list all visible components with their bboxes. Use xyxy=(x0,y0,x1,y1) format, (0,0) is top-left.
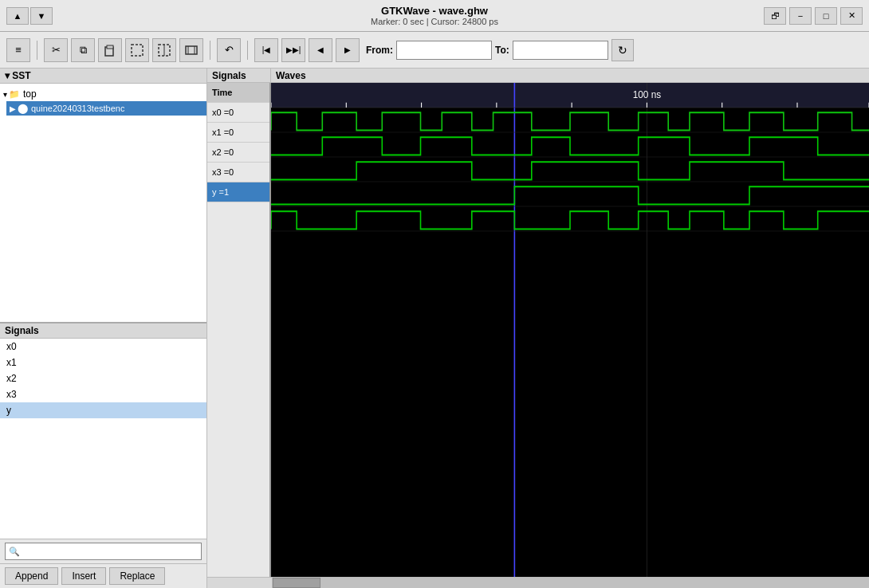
window-controls: 🗗 − □ ✕ xyxy=(764,7,863,25)
prev-btn[interactable]: ◀ xyxy=(309,38,332,62)
refresh-btn[interactable]: ↻ xyxy=(611,39,634,61)
next-btn[interactable]: ▶ xyxy=(336,38,360,62)
scrollbar-thumb[interactable] xyxy=(273,578,320,588)
paste-btn[interactable] xyxy=(98,38,122,62)
to-input[interactable]: 150 ns xyxy=(513,41,608,60)
signal-item-y[interactable]: y xyxy=(0,402,206,418)
select-icon xyxy=(131,44,144,57)
wave-header-row: Signals Waves xyxy=(207,69,869,83)
tree-item-quine[interactable]: ▶ ⬤ quine20240313testbenc xyxy=(6,101,206,116)
svg-rect-5 xyxy=(186,46,197,54)
maximize-btn[interactable]: □ xyxy=(815,7,837,25)
sst-tree: ▾ 📁 top ▶ ⬤ quine20240313testbenc xyxy=(0,84,206,322)
bottom-buttons: Append Insert Replace xyxy=(0,563,206,588)
signal-row-y: y =1 xyxy=(207,182,269,202)
cut-btn[interactable]: ✂ xyxy=(44,38,68,62)
zoom-select-btn[interactable] xyxy=(179,38,203,62)
module-icon: ⬤ xyxy=(18,103,28,114)
first-btn[interactable]: |◀ xyxy=(254,38,278,62)
minimize-btn[interactable]: − xyxy=(789,7,812,25)
signal-item-x1[interactable]: x1 xyxy=(0,355,206,370)
waveform-svg: 100 ns xyxy=(271,83,869,577)
replace-btn[interactable]: Replace xyxy=(109,567,165,585)
tree-label-top: top xyxy=(23,88,37,100)
left-panel: ▾ SST ▾ 📁 top ▶ ⬤ quine20240313testbenc xyxy=(0,69,207,588)
signal-row-x1: x1 =0 xyxy=(207,123,269,143)
zoom-fit-btn[interactable] xyxy=(152,38,176,62)
append-btn[interactable]: Append xyxy=(5,567,58,585)
main-area: ▾ SST ▾ 📁 top ▶ ⬤ quine20240313testbenc xyxy=(0,69,869,588)
waveform-area[interactable]: 100 ns xyxy=(271,83,869,577)
signals-col-header: Signals xyxy=(207,69,271,82)
from-label: From: xyxy=(366,45,393,56)
svg-rect-9 xyxy=(271,83,869,108)
signal-item-x2[interactable]: x2 xyxy=(0,370,206,386)
select-btn[interactable] xyxy=(125,38,149,62)
signal-item-x3[interactable]: x3 xyxy=(0,386,206,402)
tree-arrow-quine: ▶ xyxy=(10,104,16,113)
search-icon: 🔍 xyxy=(9,547,20,557)
scroll-down-btn[interactable]: ▼ xyxy=(30,7,53,25)
svg-rect-1 xyxy=(107,45,113,49)
scrollbar-left xyxy=(207,578,273,588)
signals-list: x0 x1 x2 x3 y xyxy=(0,339,206,539)
zoom-fit-icon xyxy=(158,44,171,57)
content-area: ▾ SST ▾ 📁 top ▶ ⬤ quine20240313testbenc xyxy=(0,69,869,588)
svg-rect-2 xyxy=(132,45,143,56)
separator-1 xyxy=(37,41,37,60)
search-wrap: 🔍 xyxy=(5,543,202,560)
signal-row-x0: x0 =0 xyxy=(207,103,269,123)
sst-panel: ▾ SST ▾ 📁 top ▶ ⬤ quine20240313testbenc xyxy=(0,69,206,323)
window-title: GTKWave - wave.ghw xyxy=(371,5,498,17)
window-arrows[interactable]: ▲ ▼ xyxy=(6,7,53,25)
wave-body: Time x0 =0 x1 =0 x2 =0 x3 =0 y =1 xyxy=(207,83,869,577)
search-bar: 🔍 xyxy=(0,539,206,563)
folder-icon: 📁 xyxy=(9,89,20,100)
scrollbar-area xyxy=(207,577,869,588)
menu-btn[interactable]: ≡ xyxy=(6,38,30,62)
tree-arrow-top: ▾ xyxy=(3,90,7,99)
from-input[interactable]: 0 sec xyxy=(396,41,492,60)
insert-btn[interactable]: Insert xyxy=(61,567,106,585)
horizontal-scrollbar[interactable] xyxy=(273,578,869,588)
zoom-select-icon xyxy=(185,44,198,57)
signal-names-col: Time x0 =0 x1 =0 x2 =0 x3 =0 y =1 xyxy=(207,83,271,577)
tree-label-quine: quine20240313testbenc xyxy=(31,104,124,113)
signals-panel-label: Signals xyxy=(0,323,206,339)
signal-row-time: Time xyxy=(207,83,269,103)
sst-collapse-arrow[interactable]: ▾ xyxy=(5,70,10,81)
search-input[interactable] xyxy=(5,543,202,560)
last-btn[interactable]: ▶▶| xyxy=(281,38,305,62)
copy-btn[interactable]: ⧉ xyxy=(71,38,95,62)
sst-header: ▾ SST xyxy=(0,69,206,84)
scroll-up-btn[interactable]: ▲ xyxy=(6,7,29,25)
toolbar: ≡ ✂ ⧉ ↶ |◀ ▶▶| ◀ ▶ From: 0 sec To: 150 n… xyxy=(0,32,869,69)
signal-row-x3: x3 =0 xyxy=(207,163,269,182)
waves-col-header: Waves xyxy=(271,69,869,82)
svg-text:100 ns: 100 ns xyxy=(633,88,661,100)
signal-row-x2: x2 =0 xyxy=(207,143,269,163)
signal-item-x0[interactable]: x0 xyxy=(0,339,206,355)
signals-bottom-panel: Signals x0 x1 x2 x3 y 🔍 Append Insert xyxy=(0,323,206,588)
undo-btn[interactable]: ↶ xyxy=(217,38,241,62)
paste-icon xyxy=(104,44,116,57)
from-to-controls: From: 0 sec To: 150 ns xyxy=(366,41,608,60)
right-panel: Signals Waves Time x0 =0 x1 =0 x2 =0 x3 … xyxy=(207,69,869,588)
close-btn[interactable]: ✕ xyxy=(840,7,863,25)
restore-btn[interactable]: 🗗 xyxy=(764,7,786,25)
window-subtitle: Marker: 0 sec | Cursor: 24800 ps xyxy=(371,17,498,26)
title-bar: ▲ ▼ GTKWave - wave.ghw Marker: 0 sec | C… xyxy=(0,0,869,32)
separator-3 xyxy=(247,41,248,60)
title-bar-center: GTKWave - wave.ghw Marker: 0 sec | Curso… xyxy=(371,5,498,26)
to-label: To: xyxy=(495,45,509,56)
tree-item-top[interactable]: ▾ 📁 top xyxy=(0,87,206,101)
separator-2 xyxy=(210,41,210,60)
sst-label: SST xyxy=(12,70,30,81)
